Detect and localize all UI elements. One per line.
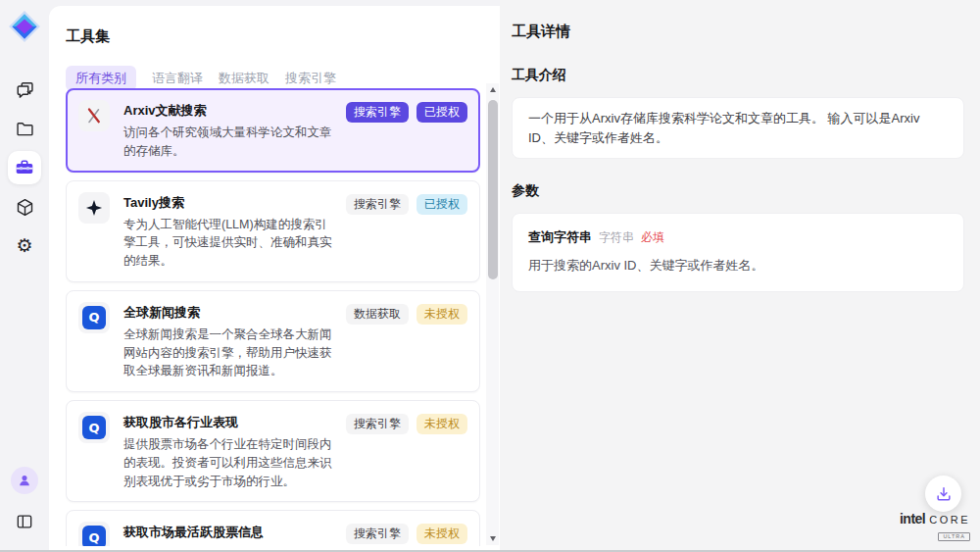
sidebar: ⚙ (0, 0, 49, 550)
ultra-badge: ULTRA (938, 532, 970, 542)
app-window: ⚙ 工具集 所有类别语言翻译数据获取搜索引擎 Arxiv文献搜索 (0, 0, 980, 552)
page-title: 工具集 (66, 27, 482, 46)
scroll-down-arrow-icon (490, 536, 496, 541)
arxiv-icon (78, 100, 110, 131)
scroll-up-arrow-icon (490, 87, 496, 92)
sidebar-bottom-item[interactable] (8, 464, 41, 497)
intel-wordmark: intel (900, 512, 925, 526)
q-search-icon: Q (78, 412, 110, 443)
cube-icon (15, 197, 35, 218)
category-badge: 搜索引擎 (346, 194, 409, 215)
auth-status-badge: 未授权 (416, 304, 467, 325)
category-badge: 搜索引擎 (346, 414, 409, 434)
tool-name: 全球新闻搜索 (123, 304, 332, 322)
tool-list-header: 工具集 所有类别语言翻译数据获取搜索引擎 (49, 6, 500, 91)
core-wordmark: CORE (929, 515, 970, 526)
scroll-down-button[interactable] (486, 532, 499, 545)
parameter-card: 查询字符串 字符串 必填 用于搜索的Arxiv ID、关键字或作者姓名。 (512, 213, 964, 292)
tavily-icon (78, 192, 110, 224)
category-badge: 数据获取 (346, 304, 409, 325)
sidebar-nav: ⚙ (8, 73, 41, 263)
auth-status-badge: 未授权 (416, 414, 467, 434)
tool-name: 获取市场最活跃股票信息 (123, 524, 332, 541)
details-title: 工具详情 (512, 23, 964, 41)
tool-card[interactable]: Arxiv文献搜索 访问各个研究领域大量科学论文和文章的存储库。 搜索引擎 已授… (66, 88, 480, 173)
params-heading: 参数 (512, 182, 964, 200)
sidebar-item[interactable] (8, 112, 41, 145)
sidebar-item[interactable] (8, 73, 41, 106)
scroll-up-button[interactable] (486, 83, 499, 96)
sidebar-item[interactable] (8, 190, 41, 224)
list-scrollbar[interactable] (486, 83, 499, 545)
folder-icon (15, 119, 35, 139)
intro-text-box: 一个用于从Arxiv存储库搜索科学论文和文章的工具。 输入可以是Arxiv ID… (512, 97, 964, 159)
tool-card[interactable]: Q 获取股市各行业表现 提供股票市场各个行业在特定时间段内的表现。投资者可以利用… (66, 400, 480, 502)
tool-details-panel: 工具详情 工具介绍 一个用于从Arxiv存储库搜索科学论文和文章的工具。 输入可… (500, 0, 980, 550)
intro-heading: 工具介绍 (512, 67, 964, 84)
sidebar-item[interactable] (8, 151, 41, 184)
tool-card[interactable]: Tavily搜索 专为人工智能代理(LLM)构建的搜索引擎工具，可快速提供实时、… (66, 180, 480, 282)
tool-description: 提供股票市场各个行业在特定时间段内的表现。投资者可以利用这些信息来识别表现优于或… (123, 435, 332, 490)
download-button[interactable] (925, 476, 961, 512)
category-badge: 搜索引擎 (346, 102, 409, 123)
sidebar-bottom-item[interactable] (8, 505, 41, 538)
sidebar-bottom (8, 464, 41, 538)
tool-list-panel: 工具集 所有类别语言翻译数据获取搜索引擎 Arxiv文献搜索 访问各个研究领域大… (49, 6, 500, 550)
tool-description: 提供当天交易量最高的股票列表，投资者可以利用这些信息来识别流动性强的股票和潜在的… (123, 545, 332, 546)
parameter-type: 字符串 (599, 229, 634, 246)
tool-name: Tavily搜索 (123, 194, 332, 212)
scrollbar-thumb[interactable] (488, 100, 498, 279)
auth-status-badge: 未授权 (416, 524, 467, 544)
tool-name: 获取股市各行业表现 (123, 414, 332, 431)
parameter-name: 查询字符串 (528, 228, 592, 246)
tool-description: 全球新闻搜索是一个聚合全球各大新闻网站内容的搜索引擎，帮助用户快速获取全球最新资… (123, 326, 332, 380)
settings-gear-icon: ⚙ (16, 236, 32, 256)
tool-description: 专为人工智能代理(LLM)构建的搜索引擎工具，可快速提供实时、准确和真实的结果。 (123, 216, 332, 271)
intel-core-logo: intel CORE ULTRA (900, 512, 970, 542)
download-icon (934, 484, 954, 504)
parameter-required-flag: 必填 (641, 229, 664, 246)
category-badge: 搜索引擎 (346, 524, 409, 544)
app-logo-diamond-icon (8, 10, 41, 43)
sidebar-item[interactable]: ⚙ (8, 229, 41, 263)
parameter-description: 用于搜索的Arxiv ID、关键字或作者姓名。 (528, 257, 948, 275)
scrollbar-track[interactable] (486, 96, 499, 532)
panel-layout-icon (15, 512, 34, 531)
tool-card-list: Arxiv文献搜索 访问各个研究领域大量科学论文和文章的存储库。 搜索引擎 已授… (66, 88, 480, 546)
user-avatar-icon (11, 467, 38, 494)
auth-status-badge: 已授权 (416, 194, 467, 215)
tool-card[interactable]: Q 全球新闻搜索 全球新闻搜索是一个聚合全球各大新闻网站内容的搜索引擎，帮助用户… (66, 290, 480, 392)
tool-card[interactable]: Q 获取市场最活跃股票信息 提供当天交易量最高的股票列表，投资者可以利用这些信息… (66, 510, 480, 546)
auth-status-badge: 已授权 (416, 102, 467, 123)
toolbox-icon (14, 157, 35, 178)
tool-description: 访问各个研究领域大量科学论文和文章的存储库。 (123, 124, 332, 161)
chat-icon (15, 79, 35, 100)
q-search-icon: Q (78, 302, 110, 333)
q-search-icon: Q (78, 522, 110, 546)
tool-name: Arxiv文献搜索 (123, 102, 332, 120)
